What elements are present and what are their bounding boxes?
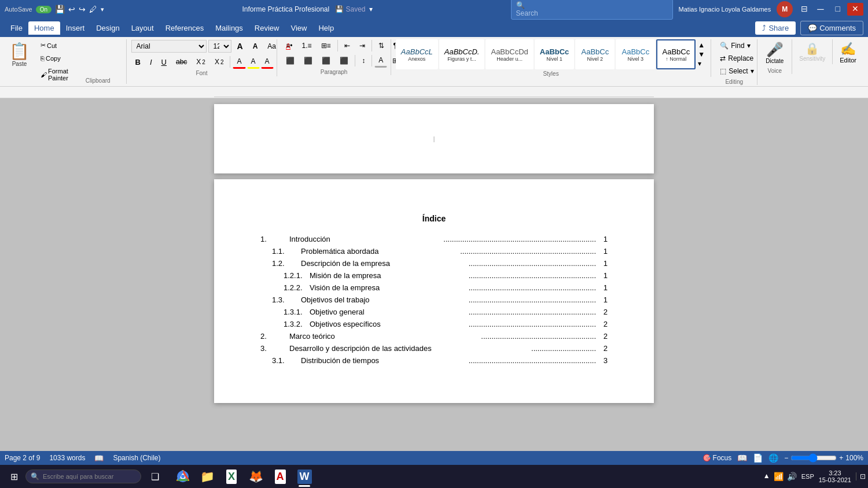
toc-entry-text: Marco teórico [289,332,443,341]
minimize-button[interactable]: ─ [812,3,828,16]
subscript-button[interactable]: X2 [192,56,209,68]
styles-scroll-buttons[interactable]: ▲ ▼ ▾ [697,39,706,69]
font-color-button[interactable]: A [233,55,245,69]
focus-button[interactable]: 🎯 Focus [703,454,732,462]
zoom-slider[interactable] [790,453,837,463]
font-family-select[interactable]: Arial [131,40,207,53]
menu-item-layout[interactable]: Layout [126,21,160,35]
menu-item-design[interactable]: Design [90,21,125,35]
sort-button[interactable]: ⇅ [374,39,388,52]
editing-group: 🔍 Find ▾ ⇄ Replace ⬚ Select ▾ Editing [711,39,757,85]
increase-indent-button[interactable]: ⇥ [355,39,369,52]
style-item-nivel1[interactable]: AaBbCc Nivel 1 [535,39,575,69]
zoom-in-button[interactable]: + [839,454,843,462]
menu-item-references[interactable]: References [160,21,209,35]
share-button[interactable]: ⤴ Share [755,21,796,35]
comments-button[interactable]: 💬 Comments [800,21,863,35]
menu-item-insert[interactable]: Insert [60,21,91,35]
ribbon-display-icon[interactable]: ⊟ [799,3,810,16]
zoom-percent: 100% [845,454,863,462]
quick-access-icon[interactable]: 🖊 [89,5,97,14]
shading-button[interactable]: A [374,54,387,68]
styles-expand-icon[interactable]: ▾ [698,60,705,67]
document-area[interactable]: | Índice 1. Introducción ...............… [0,98,868,451]
maximize-button[interactable]: □ [831,3,845,16]
show-desktop-button[interactable]: ⊡ [856,472,866,480]
paste-button[interactable]: 📋 Paste [5,39,34,84]
italic-button[interactable]: I [146,56,156,69]
numbering-button[interactable]: 1.≡ [298,39,316,52]
line-spacing-button[interactable]: ↕ [358,54,369,67]
user-name: Matias Ignacio Loyola Galdames [679,6,771,13]
font-shrink-button[interactable]: A [249,40,262,53]
undo-icon[interactable]: ↩ [68,5,75,14]
voice-label: Voice [762,68,787,74]
select-button[interactable]: ⬚ Select ▾ [716,65,757,77]
copy-button[interactable]: ⎘ Copy [36,53,72,64]
show-hidden-icon[interactable]: ▲ [763,472,770,481]
style-item-figuras[interactable]: AaBbCcD. Figuras y t... [439,39,485,69]
cut-button[interactable]: ✂ Cut [36,39,72,51]
zoom-out-button[interactable]: − [784,454,788,462]
align-right-button[interactable]: ⬛ [318,54,334,67]
find-button[interactable]: 🔍 Find ▾ [716,39,754,52]
autosave-toggle[interactable]: On [36,6,52,13]
taskbar-app-firefox[interactable]: 🦊 [244,465,267,488]
start-button[interactable]: ⊞ [2,465,25,488]
taskbar-app-acrobat[interactable]: A [269,465,292,488]
taskbar-search[interactable]: 🔍 Escribe aquí para buscar [25,469,141,483]
font-size-select[interactable]: 12 [208,40,231,53]
toc-entry-page: 1 [596,235,608,243]
replace-button[interactable]: ⇄ Replace [716,52,757,65]
task-view-button[interactable]: ❑ [144,465,167,488]
menu-item-file[interactable]: File [5,21,28,35]
font-grow-button[interactable]: A [233,39,247,53]
styles-scroll-down-icon[interactable]: ▼ [698,51,705,58]
underline-button[interactable]: U [157,56,171,69]
close-button[interactable]: ✕ [847,3,863,16]
menu-item-home[interactable]: Home [28,21,60,35]
toc-entry-dots: ........................................… [448,259,596,268]
view-print-icon[interactable]: 📄 [753,453,763,463]
align-left-button[interactable]: ⬛ [282,54,299,67]
taskbar-app-chrome[interactable] [171,465,194,488]
superscript-button[interactable]: X2 [211,56,228,68]
format-painter-button[interactable]: 🖌 Format Painter [36,65,72,84]
highlight-button[interactable]: A [247,55,260,69]
styles-scroll-up-icon[interactable]: ▲ [698,42,705,49]
align-center-button[interactable]: ⬛ [300,54,317,67]
style-item-header[interactable]: AaBbCcDd Header u... [486,39,533,69]
menu-item-mailings[interactable]: Mailings [209,21,249,35]
style-item-anexos[interactable]: AaBbCcL Anexos [396,39,438,69]
view-read-icon[interactable]: 📖 [737,453,747,463]
font-color-2-button[interactable]: A [261,55,274,69]
taskbar-app-explorer[interactable]: 📁 [196,465,219,488]
share-icon: ⤴ [762,24,766,32]
multilevel-button[interactable]: ⊞≡ [317,39,335,52]
decrease-indent-button[interactable]: ⇤ [340,39,354,52]
menu-item-help[interactable]: Help [312,21,340,35]
search-input[interactable] [516,9,649,17]
style-item-nivel3[interactable]: AaBbCc Nivel 3 [616,39,655,69]
editor-button[interactable]: ✍ Editor [837,39,859,66]
menu-item-view[interactable]: View [285,21,312,35]
style-item-nivel2[interactable]: AaBbCc Nivel 2 [575,39,615,69]
user-avatar: M [777,1,793,17]
justify-button[interactable]: ⬛ [336,54,352,67]
titlebar-left: AutoSave On 💾 ↩ ↪ 🖊 ▾ [5,5,104,14]
toc-entry: 1.3. Objetivos del trabajo .............… [260,295,608,304]
sensitivity-button[interactable]: 🔒 Sensitivity [797,39,827,64]
view-web-icon[interactable]: 🌐 [768,453,778,463]
strikethrough-button[interactable]: abc [172,56,191,68]
toc-entry-number: 2. [260,332,289,341]
redo-icon[interactable]: ↪ [79,5,86,14]
style-item-normal[interactable]: AaBbCc ↑ Normal [656,39,696,69]
taskbar-app-word[interactable]: W [293,465,316,488]
bullets-button[interactable]: ≡• [282,39,296,52]
font-top-row: Arial 12 A A Aa A [131,39,295,53]
bold-button[interactable]: B [131,56,145,69]
dictate-button[interactable]: 🎤 Dictate [763,39,786,66]
menu-item-review[interactable]: Review [249,21,285,35]
ruler [0,87,868,98]
taskbar-app-excel[interactable]: X [220,465,243,488]
